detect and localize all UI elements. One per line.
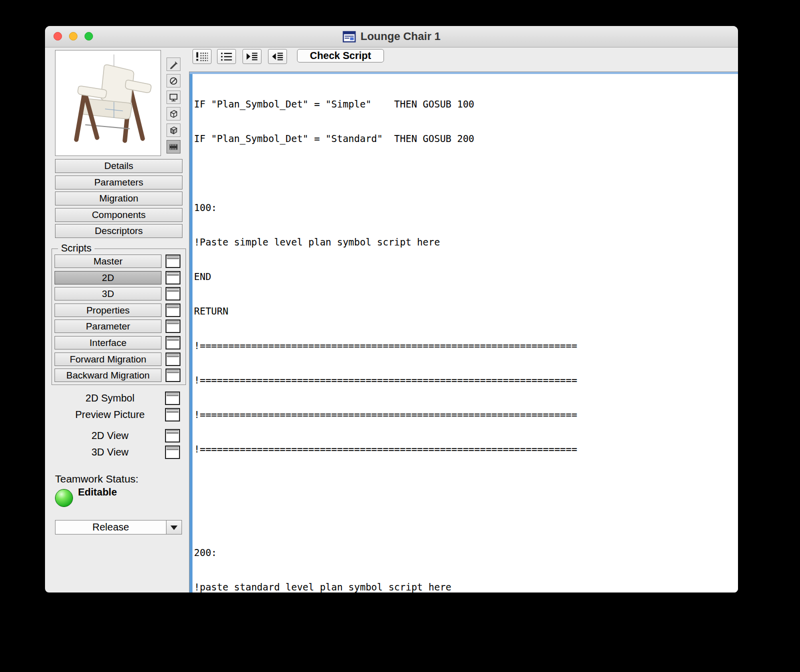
toolbar-flag-grid-button[interactable] (192, 49, 212, 64)
sidebar-button-descriptors[interactable]: Descriptors (55, 224, 182, 238)
minimize-button[interactable] (69, 32, 78, 40)
desktop: Lounge Chair 1 (0, 0, 800, 672)
traffic-lights (54, 32, 93, 40)
window-icon (166, 254, 180, 268)
sidebar-button-migration[interactable]: Migration (55, 192, 182, 206)
preview-tool-shaded[interactable] (166, 124, 180, 137)
code-line: !=======================================… (194, 374, 736, 386)
wireframe-cube-icon (168, 109, 178, 119)
sidebar-button-parameters[interactable]: Parameters (55, 176, 182, 190)
preview-picture-label: Preview Picture (55, 407, 165, 422)
scripts-group: Scripts Master 2D 3D Properties Paramete… (52, 248, 186, 385)
release-button[interactable]: Release (55, 520, 182, 534)
editor-focus-accent-left (190, 72, 192, 592)
window-icon (166, 271, 180, 284)
circle-slash-icon (168, 76, 178, 86)
code-line: IF "Plan_Symbol_Det" = "Standard" THEN G… (194, 133, 736, 144)
open-interface-script-window-button[interactable] (166, 336, 180, 350)
toolbar-line-numbers-button[interactable] (217, 49, 236, 64)
script-tab-parameter[interactable]: Parameter (54, 320, 162, 333)
release-button-label: Release (56, 520, 166, 534)
3d-view-label: 3D View (55, 444, 165, 460)
gdl-window-icon (342, 30, 356, 43)
toolbar-outdent-button[interactable] (268, 49, 287, 64)
preview-tool-pencil[interactable] (166, 58, 180, 71)
script-tab-interface[interactable]: Interface (54, 336, 162, 350)
open-forward-migration-script-window-button[interactable] (166, 352, 180, 366)
open-2d-view-window-button[interactable] (165, 429, 180, 442)
preview-tool-filmstrip[interactable] (166, 140, 180, 154)
gdl-editor-window: Lounge Chair 1 (45, 26, 738, 592)
titlebar[interactable]: Lounge Chair 1 (45, 26, 738, 48)
open-properties-script-window-button[interactable] (166, 304, 180, 317)
window-icon (166, 336, 180, 350)
window-icon (166, 304, 180, 317)
window-icon (165, 429, 180, 442)
toolbar-indent-button[interactable] (242, 49, 262, 64)
window-icon (166, 320, 180, 333)
shaded-cube-icon (168, 126, 178, 136)
open-master-script-window-button[interactable] (166, 254, 180, 268)
open-parameter-script-window-button[interactable] (166, 320, 180, 333)
window-icon (165, 446, 180, 459)
code-line: !=======================================… (194, 340, 736, 352)
window-title: Lounge Chair 1 (342, 30, 440, 43)
script-text: IF "Plan_Symbol_Det" = "Simple" THEN GOS… (194, 76, 736, 592)
sidebar-button-components[interactable]: Components (55, 208, 182, 222)
code-line: RETURN (194, 306, 736, 317)
2d-view-label: 2D View (55, 428, 165, 443)
code-line: !=======================================… (194, 409, 736, 420)
monitor-icon (168, 92, 178, 102)
code-line: END (194, 271, 736, 282)
filmstrip-icon (168, 142, 178, 152)
script-tab-master[interactable]: Master (54, 254, 162, 268)
object-preview (55, 50, 161, 156)
script-tab-forward-migration[interactable]: Forward Migration (54, 352, 162, 366)
status-indicator-green (55, 489, 73, 507)
code-line: !paste standard level plan symbol script… (194, 582, 736, 592)
script-editor[interactable]: IF "Plan_Symbol_Det" = "Simple" THEN GOS… (189, 72, 738, 592)
sidebar-button-details[interactable]: Details (55, 159, 182, 173)
window-title-text: Lounge Chair 1 (360, 30, 440, 43)
outdent-icon (270, 51, 284, 62)
code-line: 100: (194, 202, 736, 214)
code-line: !=======================================… (194, 444, 736, 455)
scripts-group-label: Scripts (58, 242, 94, 254)
code-line: !Paste simple level plan symbol script h… (194, 236, 736, 248)
check-script-button[interactable]: Check Script (297, 49, 384, 62)
script-tab-3d[interactable]: 3D (54, 287, 162, 300)
open-backward-migration-script-window-button[interactable] (166, 368, 180, 382)
window-icon (166, 368, 180, 382)
pencil-icon (168, 60, 178, 70)
window-icon (166, 352, 180, 366)
indent-icon (245, 51, 259, 62)
preview-tool-monitor[interactable] (166, 90, 180, 104)
script-tab-backward-migration[interactable]: Backward Migration (54, 368, 162, 382)
open-3d-script-window-button[interactable] (166, 287, 180, 300)
code-line (194, 512, 736, 524)
open-2d-script-window-button[interactable] (166, 271, 180, 284)
code-line: IF "Plan_Symbol_Det" = "Simple" THEN GOS… (194, 98, 736, 110)
window-icon (166, 287, 180, 300)
teamwork-status-label: Teamwork Status: (55, 473, 138, 485)
preview-tool-hide[interactable] (166, 74, 180, 88)
script-tab-properties[interactable]: Properties (54, 304, 162, 317)
code-line (194, 478, 736, 490)
preview-tool-wireframe[interactable] (166, 107, 180, 120)
zoom-button[interactable] (84, 32, 93, 40)
open-3d-view-window-button[interactable] (165, 446, 180, 459)
dropdown-arrow-icon[interactable] (166, 520, 182, 534)
line-numbers-icon (220, 51, 234, 62)
editor-focus-accent-top (190, 72, 738, 74)
window-icon (165, 392, 180, 405)
window-icon (165, 408, 180, 422)
2d-symbol-label: 2D Symbol (55, 390, 165, 406)
open-2d-symbol-window-button[interactable] (165, 392, 180, 405)
code-line: 200: (194, 547, 736, 558)
code-line (194, 168, 736, 179)
script-tab-2d[interactable]: 2D (54, 271, 162, 284)
close-button[interactable] (54, 32, 62, 40)
flag-grid-icon (195, 51, 209, 62)
open-preview-picture-window-button[interactable] (165, 408, 180, 422)
teamwork-status-value: Editable (78, 486, 117, 498)
